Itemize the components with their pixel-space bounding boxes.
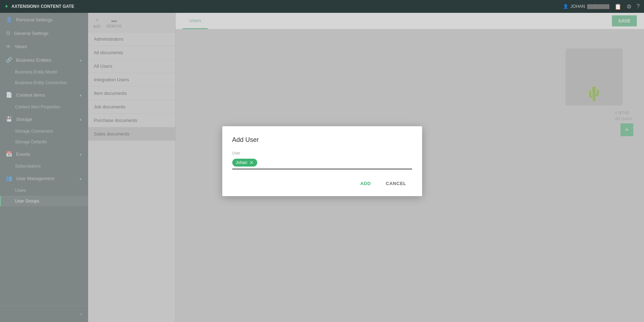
app-title: AXTENSION® CONTENT GATE [11,4,74,9]
app-logo: ✦ [4,4,9,9]
dialog-actions: ADD CANCEL [232,178,412,189]
settings-icon[interactable]: ⚙ [627,3,632,10]
dialog-title: Add User [232,136,412,144]
user-redacted: ████████ [587,4,609,9]
user-field-label: User [232,151,412,155]
help-icon[interactable]: ? [637,3,640,10]
topbar: ✦ AXTENSION® CONTENT GATE 👤 JOHAN ██████… [0,0,644,13]
add-user-dialog: Add User User Johan ✕ ADD CANCEL [222,126,422,196]
app-title-area: ✦ AXTENSION® CONTENT GATE [4,4,74,9]
chip-label: Johan [236,160,248,165]
user-label: JOHAN [571,4,585,9]
dialog-add-button[interactable]: ADD [355,178,377,189]
topbar-right: 👤 JOHAN ████████ 📋 ⚙ ? [563,3,640,10]
user-icon: 👤 [563,4,568,9]
user-input-field[interactable]: Johan ✕ [232,157,412,169]
clipboard-icon[interactable]: 📋 [614,3,622,10]
dialog-cancel-button[interactable]: CANCEL [380,178,412,189]
user-profile[interactable]: 👤 JOHAN ████████ [563,4,609,9]
chip-remove-button[interactable]: ✕ [249,160,254,165]
user-chip: Johan ✕ [232,159,258,167]
